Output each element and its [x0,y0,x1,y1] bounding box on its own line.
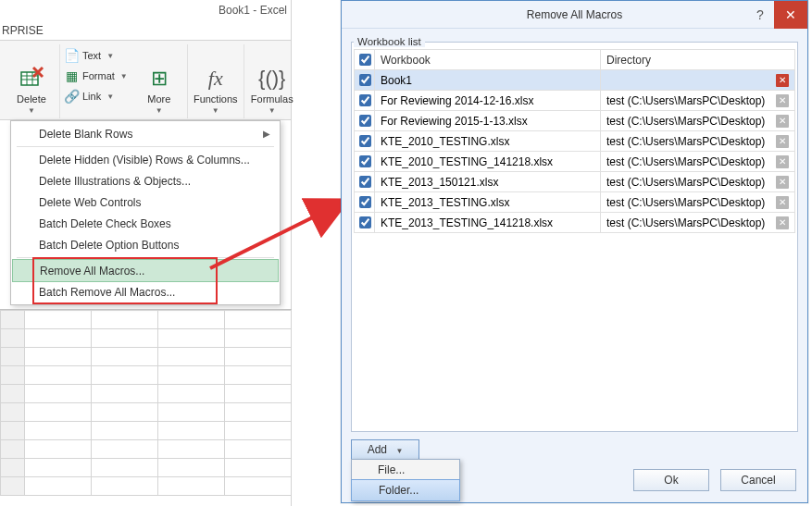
row-checkbox[interactable] [359,135,371,147]
format-button[interactable]: ▦ Format ▼ [64,67,128,85]
select-all-checkbox[interactable] [359,54,371,66]
row-checkbox[interactable] [359,115,371,127]
table-row[interactable]: KTE_2013_150121.xlsxtest (C:\Users\MarsP… [355,172,795,192]
functions-icon: fx [208,64,223,93]
chevron-down-icon: ▼ [28,106,35,115]
formulas-icon: {()} [258,64,285,93]
menu-item[interactable]: Batch Delete Check Boxes [13,213,278,234]
table-row[interactable]: KTE_2010_TESTING.xlsxtest (C:\Users\Mars… [355,131,795,152]
header-directory[interactable]: Directory [601,50,795,70]
workbook-table: Workbook Directory Book1✕For Reviewing 2… [354,49,795,233]
remove-row-icon[interactable]: ✕ [776,74,789,87]
row-checkbox[interactable] [359,216,371,228]
workbook-directory: test (C:\Users\MarsPC\Desktop)✕ [601,172,795,192]
remove-row-icon[interactable]: ✕ [776,196,789,209]
workbook-directory: test (C:\Users\MarsPC\Desktop)✕ [601,111,795,131]
menu-item[interactable]: Remove All Macros... [12,259,279,282]
workbook-directory: ✕ [601,70,795,91]
remove-row-icon[interactable]: ✕ [776,216,789,229]
link-icon: 🔗 [64,89,79,104]
workbook-list-label: Workbook list [354,36,425,47]
ribbon-tab-fragment[interactable]: RPRISE [0,20,291,41]
table-row[interactable]: Book1✕ [355,70,795,91]
more-icon: ⊞ [151,64,168,93]
text-label: Text [82,50,101,61]
menu-item-label: Remove All Macros... [40,265,144,278]
chevron-right-icon: ▶ [263,129,270,139]
add-file-label: File... [378,463,405,476]
functions-label: Functions [194,93,238,105]
workbook-list-group: Workbook list Workbook Directory Book1✕F… [351,36,798,432]
row-checkbox[interactable] [359,176,371,188]
functions-button[interactable]: fx Functions ▼ [194,48,238,115]
add-folder-label: Folder... [379,484,418,497]
chevron-down-icon: ▼ [269,106,276,115]
link-button[interactable]: 🔗 Link ▼ [64,87,128,105]
delete-button[interactable]: Delete ▼ [9,48,54,115]
more-button[interactable]: ⊞ More ▼ [137,48,181,115]
cancel-button[interactable]: Cancel [720,469,796,491]
dialog-titlebar[interactable]: Remove All Macros ? ✕ [342,1,807,29]
more-label: More [147,93,170,105]
workbook-directory: test (C:\Users\MarsPC\Desktop)✕ [601,131,795,152]
menu-item[interactable]: Batch Delete Option Buttons [13,234,278,255]
help-button[interactable]: ? [746,1,774,29]
add-label: Add [368,443,387,456]
ribbon: Delete ▼ 📄 Text ▼ ▦ Format ▼ 🔗 Link ▼ [0,41,291,120]
row-checkbox[interactable] [359,155,371,167]
workbook-directory: test (C:\Users\MarsPC\Desktop)✕ [601,152,795,172]
header-check[interactable] [355,50,375,70]
text-icon: 📄 [64,48,79,63]
menu-item[interactable]: Batch Remove All Macros... [13,281,278,302]
chevron-down-icon: ▼ [106,52,114,60]
add-menu: File... Folder... [351,459,460,501]
remove-row-icon[interactable]: ✕ [776,115,789,128]
header-workbook[interactable]: Workbook [375,50,601,70]
menu-item-label: Delete Hidden (Visible) Rows & Columns..… [39,154,250,167]
text-button[interactable]: 📄 Text ▼ [64,46,128,65]
remove-row-icon[interactable]: ✕ [776,94,789,107]
workbook-directory: test (C:\Users\MarsPC\Desktop)✕ [601,91,795,111]
remove-macros-dialog: Remove All Macros ? ✕ Workbook list Work… [341,0,808,503]
add-file-item[interactable]: File... [352,460,459,480]
menu-item[interactable]: Delete Illustrations & Objects... [13,170,278,191]
row-checkbox[interactable] [359,196,371,208]
remove-row-icon[interactable]: ✕ [776,155,789,168]
workbook-name: Book1 [375,70,601,91]
add-folder-item[interactable]: Folder... [351,479,460,501]
table-row[interactable]: KTE_2013_TESTING.xlsxtest (C:\Users\Mars… [355,192,795,213]
row-checkbox[interactable] [359,74,371,86]
table-row[interactable]: KTE_2013_TESTING_141218.xlsxtest (C:\Use… [355,213,795,233]
workbook-directory: test (C:\Users\MarsPC\Desktop)✕ [601,192,795,213]
ok-button[interactable]: Ok [633,469,709,491]
worksheet-grid[interactable] [0,309,292,503]
chevron-down-icon: ▼ [212,106,219,115]
workbook-name: For Reviewing 2014-12-16.xlsx [375,91,601,111]
formulas-button[interactable]: {()} Formulas ▼ [250,48,294,115]
chevron-down-icon: ▼ [156,106,163,115]
menu-item[interactable]: Delete Web Controls [13,191,278,213]
add-button[interactable]: Add ▼ [351,439,419,460]
table-row[interactable]: KTE_2010_TESTING_141218.xlsxtest (C:\Use… [355,152,795,172]
close-button[interactable]: ✕ [774,1,807,29]
format-label: Format [82,70,115,81]
delete-icon [19,64,44,93]
chevron-down-icon: ▼ [120,72,128,80]
format-icon: ▦ [64,68,79,83]
remove-row-icon[interactable]: ✕ [776,176,789,189]
workbook-name: KTE_2013_TESTING.xlsx [375,192,601,213]
menu-item[interactable]: Delete Hidden (Visible) Rows & Columns..… [13,149,278,170]
workbook-name: For Reviewing 2015-1-13.xlsx [375,111,601,131]
chevron-down-icon: ▼ [106,93,114,101]
menu-item[interactable]: Delete Blank Rows▶ [13,123,278,144]
remove-row-icon[interactable]: ✕ [776,135,789,148]
menu-item-label: Delete Blank Rows [39,128,132,141]
table-row[interactable]: For Reviewing 2014-12-16.xlsxtest (C:\Us… [355,91,795,111]
workbook-name: KTE_2010_TESTING.xlsx [375,131,601,152]
excel-window: Book1 - Excel RPRISE Delete ▼ [0,0,292,506]
chevron-down-icon: ▼ [395,447,403,455]
table-row[interactable]: For Reviewing 2015-1-13.xlsxtest (C:\Use… [355,111,795,131]
link-label: Link [82,91,101,102]
excel-title: Book1 - Excel [0,0,291,20]
row-checkbox[interactable] [359,94,371,106]
